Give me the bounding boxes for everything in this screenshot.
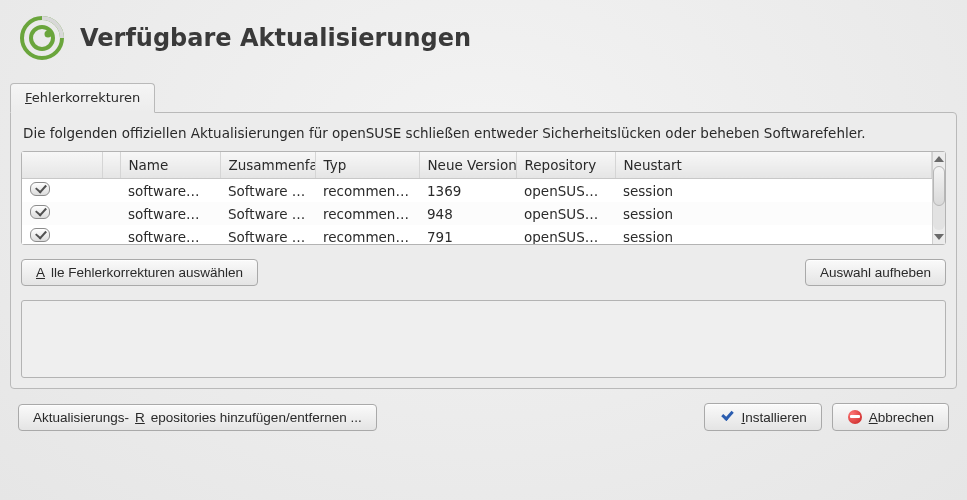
scroll-down-icon[interactable] — [934, 234, 944, 240]
manage-repos-button[interactable]: Aktualisierungs-Repositories hinzufügen/… — [18, 404, 377, 431]
checkbox-icon[interactable] — [30, 182, 50, 196]
cell-version: 948 — [419, 202, 516, 225]
col-repo[interactable]: Repository — [516, 152, 615, 179]
updates-list: Name Zusammenfa Typ Neue Version Reposit… — [21, 151, 946, 245]
cell-name: softwarem… — [120, 225, 220, 244]
col-icon[interactable] — [102, 152, 120, 179]
scrollbar[interactable] — [932, 152, 945, 244]
cell-checkbox[interactable] — [22, 179, 102, 203]
select-all-button[interactable]: Alle Fehlerkorrekturen auswählen — [21, 259, 258, 286]
svg-point-2 — [45, 31, 52, 38]
table-header: Name Zusammenfa Typ Neue Version Reposit… — [22, 152, 932, 179]
cell-type: recommen… — [315, 202, 419, 225]
cancel-icon — [847, 409, 863, 425]
cell-summary: Software … — [220, 202, 315, 225]
cell-name: softwarem… — [120, 179, 220, 203]
tab-bar: Fehlerkorrekturen — [10, 80, 957, 112]
cell-icon — [102, 179, 120, 203]
cell-repo: openSUS… — [516, 202, 615, 225]
cell-name: softwarem… — [120, 202, 220, 225]
selection-buttons: Alle Fehlerkorrekturen auswählen Auswahl… — [21, 259, 946, 286]
footer: Aktualisierungs-Repositories hinzufügen/… — [0, 389, 967, 431]
cell-icon — [102, 225, 120, 244]
col-version[interactable]: Neue Version — [419, 152, 516, 179]
table-row[interactable]: softwarem…Software …recommen…791openSUS…… — [22, 225, 932, 244]
cell-summary: Software … — [220, 225, 315, 244]
intro-text: Die folgenden offiziellen Aktualisierung… — [21, 125, 946, 141]
cell-checkbox[interactable] — [22, 225, 102, 244]
col-type[interactable]: Typ — [315, 152, 419, 179]
col-checkbox[interactable] — [22, 152, 102, 179]
cell-type: recommen… — [315, 225, 419, 244]
cell-summary: Software … — [220, 179, 315, 203]
col-summary[interactable]: Zusammenfa — [220, 152, 315, 179]
cell-repo: openSUS… — [516, 225, 615, 244]
cell-version: 791 — [419, 225, 516, 244]
cancel-button[interactable]: Abbrechen — [832, 403, 949, 431]
cell-checkbox[interactable] — [22, 202, 102, 225]
deselect-button[interactable]: Auswahl aufheben — [805, 259, 946, 286]
cell-restart: session — [615, 225, 932, 244]
opensuse-logo-icon — [18, 14, 66, 62]
scroll-track[interactable] — [933, 166, 945, 230]
install-button[interactable]: Installieren — [704, 403, 821, 431]
scroll-up-icon[interactable] — [934, 156, 944, 162]
page-title: Verfügbare Aktualisierungen — [80, 24, 471, 52]
table-row[interactable]: softwarem…Software …recommen…1369openSUS… — [22, 179, 932, 203]
cell-type: recommen… — [315, 179, 419, 203]
cell-restart: session — [615, 202, 932, 225]
cell-version: 1369 — [419, 179, 516, 203]
svg-point-1 — [31, 27, 53, 49]
details-box — [21, 300, 946, 378]
updates-panel: Die folgenden offiziellen Aktualisierung… — [10, 112, 957, 389]
scroll-thumb[interactable] — [933, 166, 945, 206]
col-restart[interactable]: Neustart — [615, 152, 932, 179]
table-row[interactable]: softwarem…Software …recommen…948openSUS…… — [22, 202, 932, 225]
col-name[interactable]: Name — [120, 152, 220, 179]
header: Verfügbare Aktualisierungen — [0, 0, 967, 80]
check-icon — [719, 409, 735, 425]
cell-repo: openSUS… — [516, 179, 615, 203]
cell-icon — [102, 202, 120, 225]
cell-restart: session — [615, 179, 932, 203]
tab-fehlerkorrekturen[interactable]: Fehlerkorrekturen — [10, 83, 155, 113]
checkbox-icon[interactable] — [30, 228, 50, 242]
checkbox-icon[interactable] — [30, 205, 50, 219]
